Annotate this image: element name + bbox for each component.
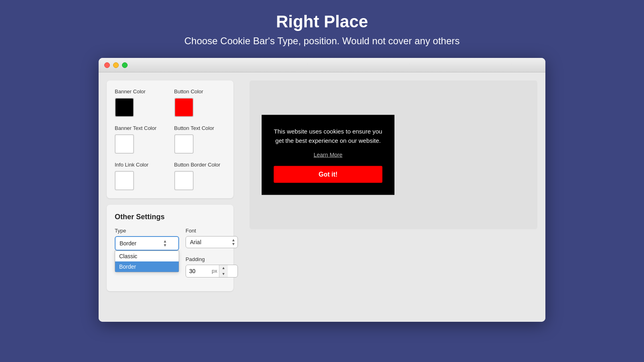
traffic-lights: [104, 62, 128, 68]
button-border-color-item: Button Border Color: [174, 162, 226, 190]
banner-color-item: Banner Color: [115, 88, 166, 117]
cookie-banner: This website uses cookies to ensure you …: [262, 115, 394, 195]
type-label: Type: [115, 228, 179, 234]
banner-text-color-swatch[interactable]: [115, 134, 134, 154]
banner-color-label: Banner Color: [115, 88, 166, 95]
other-settings-title: Other Settings: [115, 213, 225, 221]
button-border-color-swatch[interactable]: [174, 171, 194, 190]
button-text-color-label: Button Text Color: [174, 125, 226, 131]
button-color-item: Button Color: [174, 88, 226, 117]
window-titlebar: [99, 58, 545, 72]
type-option-classic[interactable]: Classic: [115, 251, 179, 261]
page-subtitle: Choose Cookie Bar's Type, position. Woul…: [184, 35, 460, 47]
button-color-swatch[interactable]: [174, 98, 194, 117]
type-dropdown-options: Classic Border: [115, 251, 179, 272]
type-select-arrows: ▲▼: [163, 239, 167, 247]
padding-input[interactable]: [186, 265, 210, 277]
type-select[interactable]: Border ▲▼: [115, 236, 179, 251]
window-body: Banner Color Button Color Banner Text Co…: [99, 72, 545, 322]
color-grid: Banner Color Button Color Banner Text Co…: [115, 88, 225, 190]
right-panel: This website uses cookies to ensure you …: [242, 72, 545, 322]
color-settings-card: Banner Color Button Color Banner Text Co…: [107, 80, 233, 198]
padding-down-button[interactable]: ▼: [219, 271, 228, 277]
info-link-color-swatch[interactable]: [115, 171, 134, 190]
cookie-banner-text: This website uses cookies to ensure you …: [274, 127, 382, 145]
font-label: Font: [186, 228, 238, 234]
padding-unit: px: [210, 268, 219, 274]
type-option-border[interactable]: Border: [115, 261, 179, 272]
type-field: Type Border ▲▼ Classic Border: [115, 228, 179, 251]
banner-text-color-item: Banner Text Color: [115, 125, 166, 154]
button-text-color-swatch[interactable]: [174, 134, 194, 154]
font-field: Font Arial Georgia Helvetica ▲▼: [186, 228, 238, 248]
type-select-value: Border: [120, 240, 136, 247]
padding-label: Padding: [186, 256, 238, 262]
padding-field: Padding px ▲ ▼: [186, 256, 238, 278]
button-color-label: Button Color: [174, 88, 226, 95]
page-title: Right Place: [276, 12, 368, 31]
left-panel: Banner Color Button Color Banner Text Co…: [99, 72, 242, 322]
preview-browser: This website uses cookies to ensure you …: [250, 80, 537, 229]
font-select-wrapper: Arial Georgia Helvetica ▲▼: [186, 236, 238, 248]
type-dropdown-container: Border ▲▼ Classic Border: [115, 236, 179, 251]
banner-text-color-label: Banner Text Color: [115, 125, 166, 131]
type-font-row: Type Border ▲▼ Classic Border: [115, 228, 225, 251]
close-button[interactable]: [104, 62, 110, 68]
padding-input-wrapper: px ▲ ▼: [186, 265, 238, 278]
cookie-learn-more-link[interactable]: Learn More: [274, 152, 382, 158]
maximize-button[interactable]: [122, 62, 128, 68]
font-select[interactable]: Arial Georgia Helvetica: [186, 236, 238, 248]
button-border-color-label: Button Border Color: [174, 162, 226, 168]
button-text-color-item: Button Text Color: [174, 125, 226, 154]
banner-color-swatch[interactable]: [115, 98, 134, 117]
info-link-color-item: Info Link Color: [115, 162, 166, 190]
other-settings-card: Other Settings Type Border ▲▼ Classic: [107, 205, 233, 291]
info-link-color-label: Info Link Color: [115, 162, 166, 168]
cookie-got-it-button[interactable]: Got it!: [274, 166, 382, 183]
app-window: Banner Color Button Color Banner Text Co…: [99, 58, 545, 322]
minimize-button[interactable]: [113, 62, 119, 68]
padding-up-button[interactable]: ▲: [219, 265, 228, 271]
padding-spinners: ▲ ▼: [219, 265, 228, 277]
